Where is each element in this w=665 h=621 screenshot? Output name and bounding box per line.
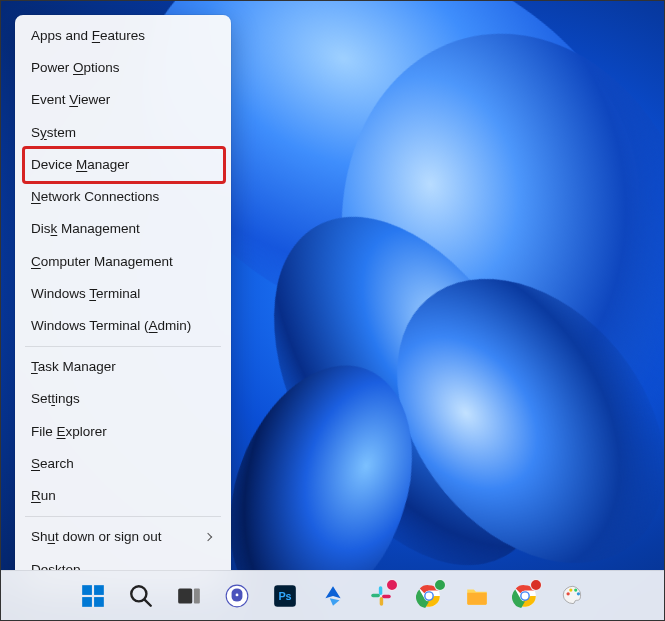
menu-item-event-viewer[interactable]: Event Viewer [15, 84, 231, 116]
chrome-app[interactable] [409, 576, 449, 616]
svg-point-23 [569, 588, 572, 591]
menu-item-label: Power Options [31, 59, 120, 77]
menu-item-label: Windows Terminal [31, 285, 140, 303]
slack-app[interactable] [361, 576, 401, 616]
svg-rect-2 [82, 597, 92, 607]
menu-item-power-options[interactable]: Power Options [15, 52, 231, 84]
search-button[interactable] [121, 576, 161, 616]
menu-item-device-manager[interactable]: Device Manager [15, 149, 231, 181]
file-explorer-app[interactable] [457, 576, 497, 616]
azure-icon [320, 583, 346, 609]
svg-point-22 [566, 592, 569, 595]
menu-item-apps-and-features[interactable]: Apps and Features [15, 20, 231, 52]
menu-item-label: Shut down or sign out [31, 528, 162, 546]
menu-item-file-explorer[interactable]: File Explorer [15, 416, 231, 448]
svg-point-24 [574, 588, 577, 591]
svg-rect-14 [379, 597, 382, 606]
notification-badge [434, 579, 446, 591]
menu-item-label: Settings [31, 390, 80, 408]
menu-item-label: Event Viewer [31, 91, 110, 109]
chat-icon [224, 583, 250, 609]
start-button[interactable] [73, 576, 113, 616]
menu-item-task-manager[interactable]: Task Manager [15, 351, 231, 383]
svg-point-18 [425, 592, 432, 599]
svg-rect-3 [94, 597, 104, 607]
menu-item-run[interactable]: Run [15, 480, 231, 512]
menu-item-label: Network Connections [31, 188, 159, 206]
paint-app[interactable] [553, 576, 593, 616]
svg-point-21 [521, 592, 528, 599]
menu-item-label: Task Manager [31, 358, 116, 376]
search-icon [128, 583, 154, 609]
menu-item-windows-terminal-admin[interactable]: Windows Terminal (Admin) [15, 310, 231, 342]
taskview-icon [176, 583, 202, 609]
chrome-app-2[interactable] [505, 576, 545, 616]
chat-button[interactable] [217, 576, 257, 616]
svg-rect-6 [178, 588, 192, 603]
menu-item-label: Computer Management [31, 253, 173, 271]
svg-rect-13 [371, 593, 380, 596]
winx-context-menu: Apps and FeaturesPower OptionsEvent View… [15, 15, 231, 591]
task-view-button[interactable] [169, 576, 209, 616]
menu-item-network-connections[interactable]: Network Connections [15, 181, 231, 213]
menu-item-label: Windows Terminal (Admin) [31, 317, 191, 335]
svg-line-5 [144, 599, 150, 605]
menu-item-label: Disk Management [31, 220, 140, 238]
menu-item-disk-management[interactable]: Disk Management [15, 213, 231, 245]
menu-item-label: Device Manager [31, 156, 129, 174]
menu-item-shut-down-or-sign-out[interactable]: Shut down or sign out [15, 521, 231, 553]
menu-item-label: Search [31, 455, 74, 473]
photoshop-app[interactable]: Ps [265, 576, 305, 616]
menu-item-settings[interactable]: Settings [15, 383, 231, 415]
menu-item-windows-terminal[interactable]: Windows Terminal [15, 278, 231, 310]
svg-rect-12 [378, 586, 381, 595]
azure-app[interactable] [313, 576, 353, 616]
taskbar: Ps [1, 570, 664, 620]
svg-rect-1 [94, 585, 104, 595]
menu-item-search[interactable]: Search [15, 448, 231, 480]
paint-icon [560, 583, 586, 609]
svg-rect-0 [82, 585, 92, 595]
ps-icon: Ps [272, 583, 298, 609]
menu-item-label: Apps and Features [31, 27, 145, 45]
menu-item-label: Run [31, 487, 56, 505]
menu-item-system[interactable]: System [15, 117, 231, 149]
menu-item-computer-management[interactable]: Computer Management [15, 246, 231, 278]
svg-point-9 [235, 593, 238, 596]
chevron-right-icon [204, 533, 212, 541]
menu-divider [25, 346, 221, 347]
windows-icon [80, 583, 106, 609]
menu-item-label: File Explorer [31, 423, 107, 441]
svg-point-25 [576, 592, 579, 595]
svg-rect-7 [193, 588, 199, 603]
svg-rect-15 [382, 594, 391, 597]
svg-text:Ps: Ps [278, 590, 291, 602]
menu-divider [25, 516, 221, 517]
notification-badge [530, 579, 542, 591]
menu-item-label: System [31, 124, 76, 142]
notification-badge [386, 579, 398, 591]
folder-icon [464, 583, 490, 609]
